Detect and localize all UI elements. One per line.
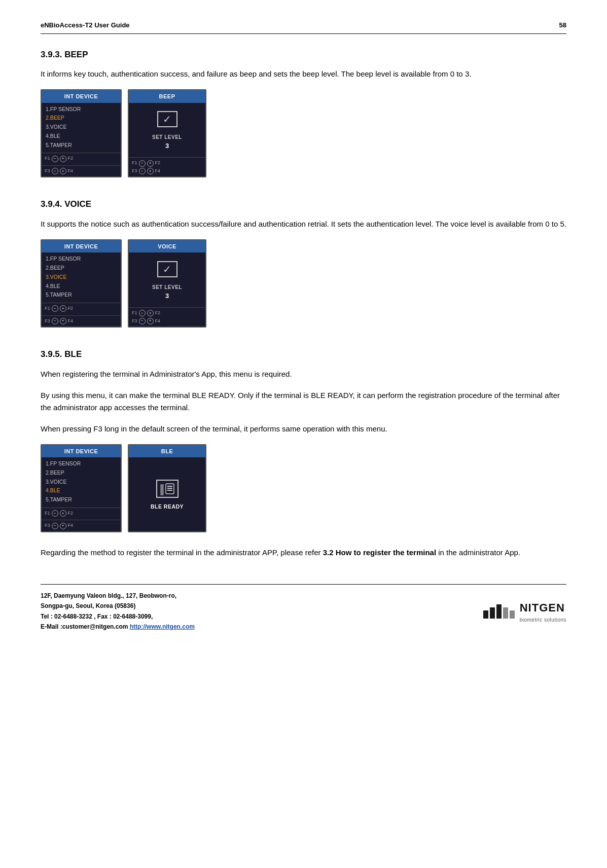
ble-menu-item-voice: 3.VOICE — [46, 478, 117, 487]
footer-address: 12F, Daemyung Valeon bldg., 127, Beobwon… — [41, 591, 195, 632]
footer-line3: Tel : 02-6488-3232 , Fax : 02-6488-3099, — [41, 611, 195, 622]
beep-right-buttons: F1 − + F2 F3 − + F4 — [129, 157, 205, 176]
nitgen-text-block: NITGEN biometric solutions — [520, 599, 566, 624]
voice-set-level-value: 3 — [165, 291, 169, 301]
ble-left-buttons: F1 − + F2 — [42, 508, 121, 519]
beep-right-header: BEEP — [129, 90, 205, 103]
beep-left-screen: INT DEVICE 1.FP SENSOR 2.BEEP 3.VOICE 4.… — [41, 89, 122, 177]
nitgen-logo: NITGEN biometric solutions — [483, 599, 566, 624]
ble-body2: By using this menu, it can make the term… — [41, 389, 566, 414]
f3-label: F3 — [45, 168, 50, 175]
section-ble: 3.9.5. BLE When registering the terminal… — [41, 348, 566, 559]
voice-menu-item-tamper: 5.TAMPER — [46, 291, 117, 300]
footer-email: E-Mail :customer@nitgen.com — [41, 623, 130, 630]
beep-left-header: INT DEVICE — [42, 90, 121, 103]
ble-ready-label: BLE READY — [151, 503, 184, 511]
voice-right-screen: VOICE ✓ SET LEVEL 3 F1 − + F2 F3 − + — [128, 239, 206, 328]
button-row-top: F1 − + F2 — [45, 155, 73, 162]
nitgen-bars-icon — [483, 604, 515, 619]
ble-menu: 1.FP SENSOR 2.BEEP 3.VOICE 4.BLE 5.TAMPE… — [42, 457, 121, 507]
beep-heading: 3.9.3. BEEP — [41, 48, 566, 61]
beep-set-level-value: 3 — [165, 141, 169, 151]
voice-left-buttons: F1 − + F2 — [42, 303, 121, 314]
footer-line4: E-Mail :customer@nitgen.com http://www.n… — [41, 622, 195, 632]
ble-right-screen: BLE ‖ BLE READY — [128, 444, 206, 532]
svg-rect-3 — [167, 490, 172, 491]
nitgen-tagline: biometric solutions — [520, 616, 566, 624]
voice-menu-item-fp-sensor: 1.FP SENSOR — [46, 255, 117, 264]
ble-menu-item-tamper: 5.TAMPER — [46, 495, 117, 504]
beep-screenshots: INT DEVICE 1.FP SENSOR 2.BEEP 3.VOICE 4.… — [41, 89, 566, 177]
button-row-bottom: F3 − + F4 — [45, 168, 73, 175]
page-footer: 12F, Daemyung Valeon bldg., 127, Beobwon… — [41, 584, 566, 632]
ble-note: Regarding the method to register the ter… — [41, 547, 566, 559]
section-voice: 3.9.4. VOICE It supports the notice such… — [41, 198, 566, 328]
bar1 — [483, 610, 488, 619]
nitgen-brand-name: NITGEN — [520, 599, 566, 616]
bar2 — [490, 607, 495, 619]
voice-right-header: VOICE — [129, 240, 205, 253]
footer-line1: 12F, Daemyung Valeon bldg., 127, Beobwon… — [41, 591, 195, 601]
ble-left-screen: INT DEVICE 1.FP SENSOR 2.BEEP 3.VOICE 4.… — [41, 444, 122, 532]
ble-right-body: ‖ BLE READY — [129, 457, 205, 531]
beep-set-level-label: SET LEVEL — [152, 133, 182, 141]
voice-menu-item-ble: 4.BLE — [46, 282, 117, 291]
ble-svg-icon — [165, 483, 175, 495]
beep-right-btn-row1: F1 − + F2 — [132, 160, 202, 167]
ble-left-header: INT DEVICE — [42, 445, 121, 458]
ble-menu-item-fp-sensor: 1.FP SENSOR — [46, 459, 117, 468]
beep-right-btn-row2: F3 − + F4 — [132, 168, 202, 175]
f4-label: F4 — [68, 168, 74, 175]
beep-right-body: ✓ SET LEVEL 3 — [129, 103, 205, 158]
beep-description: It informs key touch, authentication suc… — [41, 68, 566, 80]
page-header: eNBioAccess-T2 User Guide 58 — [41, 20, 566, 34]
bar5 — [510, 610, 515, 619]
voice-screenshots: INT DEVICE 1.FP SENSOR 2.BEEP 3.VOICE 4.… — [41, 239, 566, 328]
ble-screenshots: INT DEVICE 1.FP SENSOR 2.BEEP 3.VOICE 4.… — [41, 444, 566, 532]
section-beep: 3.9.3. BEEP It informs key touch, authen… — [41, 48, 566, 178]
ble-note-bold: 3.2 How to register the terminal — [323, 548, 436, 557]
page-number: 58 — [559, 20, 566, 30]
f1-label: F1 — [45, 155, 50, 162]
ble-body1: When registering the terminal in Adminis… — [41, 368, 566, 380]
bar3 — [496, 604, 502, 619]
voice-menu: 1.FP SENSOR 2.BEEP 3.VOICE 4.BLE 5.TAMPE… — [42, 252, 121, 302]
menu-item-fp-sensor: 1.FP SENSOR — [46, 105, 117, 114]
voice-description: It supports the notice such as authentic… — [41, 218, 566, 230]
beep-right-screen: BEEP ✓ SET LEVEL 3 F1 − + F2 F3 − + — [128, 89, 206, 177]
voice-right-btn-row2: F3 − + F4 — [132, 318, 202, 325]
f2-label: F2 — [68, 155, 74, 162]
voice-left-buttons2: F3 − + F4 — [42, 315, 121, 327]
footer-line2: Songpa-gu, Seoul, Korea (05836) — [41, 601, 195, 611]
ble-note-suffix: in the administrator App. — [436, 548, 520, 557]
beep-left-buttons2: F3 − + F4 — [42, 165, 121, 177]
menu-item-voice: 3.VOICE — [46, 123, 117, 132]
menu-item-beep-active: 2.BEEP — [46, 114, 117, 123]
voice-left-screen: INT DEVICE 1.FP SENSOR 2.BEEP 3.VOICE 4.… — [41, 239, 122, 328]
voice-left-header: INT DEVICE — [42, 240, 121, 253]
beep-check-icon: ✓ — [157, 111, 177, 127]
plus-btn[interactable]: + — [60, 156, 66, 162]
document-title: eNBioAccess-T2 User Guide — [41, 20, 130, 30]
voice-right-btn-row1: F1 − + F2 — [132, 310, 202, 317]
ble-note-prefix: Regarding the method to register the ter… — [41, 548, 323, 557]
ble-menu-item-beep: 2.BEEP — [46, 468, 117, 478]
plus-btn2[interactable]: + — [60, 168, 66, 174]
minus-btn[interactable]: − — [52, 156, 58, 162]
ble-menu-item-ble-active: 4.BLE — [46, 486, 117, 495]
ble-body3: When pressing F3 long in the default scr… — [41, 423, 566, 435]
minus-btn2[interactable]: − — [52, 168, 58, 174]
menu-item-tamper: 5.TAMPER — [46, 141, 117, 150]
voice-right-buttons: F1 − + F2 F3 − + F4 — [129, 307, 205, 327]
voice-menu-item-voice-active: 3.VOICE — [46, 273, 117, 282]
svg-rect-1 — [167, 486, 172, 487]
beep-menu: 1.FP SENSOR 2.BEEP 3.VOICE 4.BLE 5.TAMPE… — [42, 103, 121, 152]
footer-url[interactable]: http://www.nitgen.com — [130, 623, 195, 630]
ble-right-header: BLE — [129, 445, 205, 458]
voice-heading: 3.9.4. VOICE — [41, 198, 566, 211]
menu-item-ble: 4.BLE — [46, 132, 117, 141]
bar4 — [503, 607, 508, 619]
svg-rect-2 — [167, 488, 172, 489]
ble-left-buttons2: F3 − + F4 — [42, 520, 121, 531]
voice-right-body: ✓ SET LEVEL 3 — [129, 252, 205, 307]
